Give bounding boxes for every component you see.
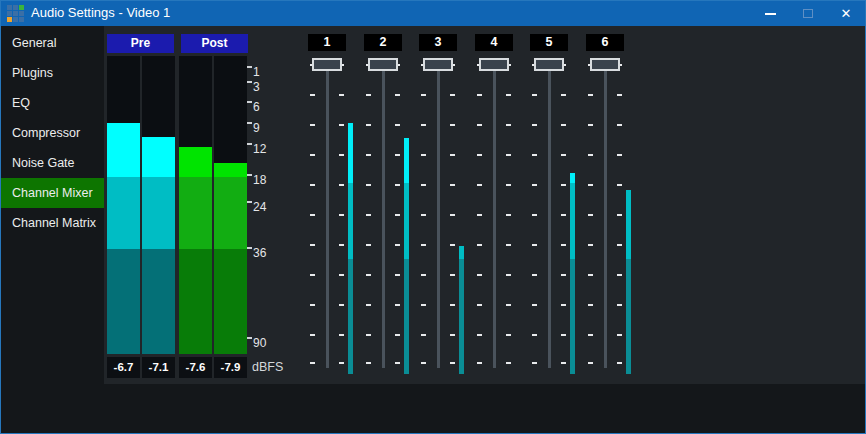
meter-column-pre-r — [142, 56, 175, 354]
fader-handle-5[interactable] — [534, 58, 564, 71]
scale-label-36: 36 — [253, 246, 266, 260]
sidebar-item-eq[interactable]: EQ — [1, 88, 104, 118]
fader-tick — [339, 362, 344, 364]
fader-tick — [617, 124, 622, 126]
fader-tick — [506, 124, 511, 126]
fader-tick — [366, 124, 371, 126]
meter-bar-segment — [214, 249, 247, 354]
fader-tick — [450, 334, 455, 336]
fader-tick — [477, 244, 482, 246]
fader-handle-3[interactable] — [423, 58, 453, 71]
fader-tick — [366, 304, 371, 306]
scale-tick-mark — [247, 337, 252, 339]
sidebar-item-channel-mixer[interactable]: Channel Mixer — [1, 178, 104, 208]
fader-tick — [588, 304, 593, 306]
fader-tick — [617, 214, 622, 216]
fader-tick — [395, 124, 400, 126]
fader-handle-2[interactable] — [368, 58, 398, 71]
fader-tick — [450, 214, 455, 216]
fader-tick — [532, 274, 537, 276]
fader-tick — [339, 154, 344, 156]
fader-tick — [339, 274, 344, 276]
meter-column-post-r — [214, 56, 247, 354]
fader-tick — [395, 274, 400, 276]
fader-tick — [310, 274, 315, 276]
fader-tick — [617, 244, 622, 246]
fader-handle-1[interactable] — [312, 58, 342, 71]
fader-tick — [310, 244, 315, 246]
fader-tick — [617, 334, 622, 336]
channel-header-6: 6 — [586, 34, 624, 51]
fader-tick — [532, 184, 537, 186]
meter-column-pre-l — [107, 56, 140, 354]
fader-tick — [421, 94, 426, 96]
fader-tick — [421, 184, 426, 186]
channel-header-3: 3 — [419, 34, 457, 51]
fader-track-6[interactable] — [604, 59, 607, 368]
fader-tick — [395, 362, 400, 364]
fader-tick — [561, 184, 566, 186]
sidebar-item-channel-matrix[interactable]: Channel Matrix — [1, 208, 104, 238]
fader-tick — [366, 334, 371, 336]
fader-tick — [366, 362, 371, 364]
fader-tick — [588, 244, 593, 246]
fader-tick — [366, 274, 371, 276]
fader-tick — [421, 274, 426, 276]
fader-tick — [366, 214, 371, 216]
channel-level-meter-6 — [626, 259, 631, 374]
sidebar-item-general[interactable]: General — [1, 28, 104, 58]
fader-track-5[interactable] — [548, 59, 551, 368]
fader-tick — [339, 214, 344, 216]
channel-level-meter-5 — [570, 183, 575, 259]
fader-tick — [450, 304, 455, 306]
fader-tick — [477, 334, 482, 336]
window-title: Audio Settings - Video 1 — [31, 5, 170, 20]
fader-tick — [588, 274, 593, 276]
scale-tick-mark — [247, 66, 252, 68]
fader-handle-6[interactable] — [590, 58, 620, 71]
fader-tick — [532, 304, 537, 306]
fader-tick — [421, 244, 426, 246]
fader-tick — [421, 214, 426, 216]
sidebar-item-noise-gate[interactable]: Noise Gate — [1, 148, 104, 178]
channel-level-meter-6 — [626, 190, 631, 259]
title-bar: Audio Settings - Video 1 ✕ — [1, 1, 865, 26]
meter-bar-segment — [214, 163, 247, 177]
fader-handle-4[interactable] — [479, 58, 509, 71]
fader-tick — [339, 334, 344, 336]
scale-label-90: 90 — [253, 336, 266, 350]
scale-label-18: 18 — [253, 173, 266, 187]
sidebar-item-plugins[interactable]: Plugins — [1, 58, 104, 88]
scale-label-1: 1 — [253, 65, 260, 79]
fader-tick — [450, 154, 455, 156]
meter-value-post-l: -7.6 — [179, 357, 212, 378]
fader-tick — [506, 214, 511, 216]
close-icon: ✕ — [841, 7, 852, 20]
fader-tick — [395, 244, 400, 246]
fader-tick — [395, 154, 400, 156]
channel-header-4: 4 — [475, 34, 513, 51]
minimize-button[interactable] — [751, 1, 789, 26]
fader-track-1[interactable] — [326, 59, 329, 368]
scale-tick-mark — [247, 122, 252, 124]
fader-tick — [588, 124, 593, 126]
fader-tick — [310, 362, 315, 364]
fader-tick — [561, 124, 566, 126]
channel-level-meter-5 — [570, 259, 575, 374]
fader-tick — [588, 94, 593, 96]
sidebar-item-compressor[interactable]: Compressor — [1, 118, 104, 148]
fader-track-3[interactable] — [437, 59, 440, 368]
fader-track-4[interactable] — [493, 59, 496, 368]
meter-value-pre-l: -6.7 — [107, 357, 140, 378]
maximize-button[interactable] — [789, 1, 827, 26]
fader-tick — [532, 362, 537, 364]
fader-tick — [532, 244, 537, 246]
close-window-button[interactable]: ✕ — [827, 1, 865, 26]
scale-tick-mark — [247, 174, 252, 176]
channel-level-meter-3 — [459, 246, 464, 259]
fader-tick — [617, 184, 622, 186]
fader-tick — [450, 244, 455, 246]
fader-track-2[interactable] — [382, 59, 385, 368]
scale-tick-mark — [247, 143, 252, 145]
fader-tick — [450, 274, 455, 276]
